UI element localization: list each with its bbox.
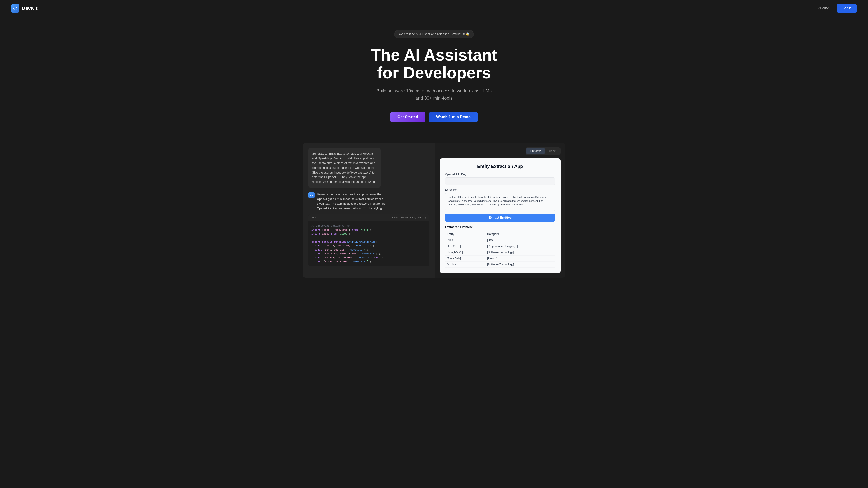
nav-right: Pricing Login bbox=[817, 4, 857, 13]
nav-logo: DevKit bbox=[11, 4, 37, 13]
extracted-entities-title: Extracted Entities: bbox=[445, 225, 555, 229]
table-row: [Google's V8] [Software/Technology] bbox=[445, 250, 555, 256]
table-row: [Node.js] [Software/Technology] bbox=[445, 262, 555, 268]
table-row: [Ryan Dahl] [Person] bbox=[445, 256, 555, 262]
announcement-text: We crossed 50K users and released DevKit… bbox=[399, 32, 470, 36]
demo-section: Generate an Entity Extraction app with R… bbox=[298, 143, 569, 278]
code-line-filename: // EntityExtractionApp.jsx bbox=[311, 224, 426, 228]
watch-demo-button[interactable]: Watch 1-min Demo bbox=[429, 111, 478, 123]
login-button[interactable]: Login bbox=[837, 4, 857, 13]
preview-app-title: Entity Extraction App bbox=[445, 164, 555, 169]
chat-prompt: Generate an Entity Extraction app with R… bbox=[308, 148, 381, 188]
chat-response: Below is the code for a React.js app tha… bbox=[308, 192, 430, 211]
demo-left-panel: Generate an Entity Extraction app with R… bbox=[303, 143, 435, 278]
hero-subtitle: Build software 10x faster with access to… bbox=[375, 87, 493, 102]
col-header-category: Category bbox=[485, 231, 555, 237]
chat-response-text: Below is the code for a React.js app tha… bbox=[317, 192, 389, 211]
code-line-8: const [error, setError] = useState(''); bbox=[311, 260, 426, 264]
code-line-7: const [loading, setLoading] = useState(f… bbox=[311, 256, 426, 260]
category-cell: [Date] bbox=[485, 237, 555, 243]
hero-title: The AI Assistant for Developers bbox=[371, 46, 497, 82]
tab-preview[interactable]: Preview bbox=[526, 148, 545, 154]
textarea-content: Back in 2008, most people thought of Jav… bbox=[448, 196, 546, 206]
copy-code-btn[interactable]: Copy code bbox=[410, 216, 422, 219]
code-line-2: import axios from 'axios'; bbox=[311, 232, 426, 236]
announcement-badge: We crossed 50K users and released DevKit… bbox=[394, 30, 474, 38]
extract-entities-button[interactable]: Extract Entities bbox=[445, 214, 555, 222]
preview-app: Entity Extraction App OpenAI API Key •••… bbox=[440, 158, 561, 273]
entity-cell: [2008] bbox=[445, 237, 486, 243]
download-btn[interactable]: ↓ bbox=[425, 216, 426, 219]
hero-section: We crossed 50K users and released DevKit… bbox=[0, 17, 868, 143]
tab-code[interactable]: Code bbox=[545, 148, 560, 154]
table-row: [2008] [Date] bbox=[445, 237, 555, 243]
category-cell: [Software/Technology] bbox=[485, 262, 555, 268]
preview-tabs: Preview Code bbox=[526, 147, 561, 155]
category-cell: [Person] bbox=[485, 256, 555, 262]
api-key-input[interactable]: ••••••••••••••••••••••••••••••••••••••••… bbox=[445, 177, 555, 185]
code-line-blank2 bbox=[311, 264, 426, 266]
code-block-header: JSX Show Preview Copy code ↓ bbox=[308, 215, 430, 221]
entity-cell: [Node.js] bbox=[445, 262, 486, 268]
code-line-5: const [text, setText] = useState(''); bbox=[311, 248, 426, 252]
get-started-button[interactable]: Get Started bbox=[390, 111, 426, 123]
entity-cell: [JavaScript] bbox=[445, 243, 486, 250]
category-cell: [Software/Technology] bbox=[485, 250, 555, 256]
table-row: [JavaScript] [Programming Language] bbox=[445, 243, 555, 250]
category-cell: [Programming Language] bbox=[485, 243, 555, 250]
entity-cell: [Google's V8] bbox=[445, 250, 486, 256]
col-header-entity: Entity bbox=[445, 231, 486, 237]
text-input[interactable]: Back in 2008, most people thought of Jav… bbox=[445, 193, 555, 211]
api-key-value: ••••••••••••••••••••••••••••••••••••••••… bbox=[448, 180, 541, 183]
hero-title-line2: for Developers bbox=[377, 64, 491, 82]
code-line-3: export default function EntityExtraction… bbox=[311, 240, 426, 244]
enter-text-label: Enter Text bbox=[445, 188, 555, 191]
code-line-4: const [apiKey, setApiKey] = useState('')… bbox=[311, 244, 426, 248]
code-content: // EntityExtractionApp.jsx import React,… bbox=[308, 221, 430, 266]
hero-buttons: Get Started Watch 1-min Demo bbox=[390, 111, 478, 123]
pricing-link[interactable]: Pricing bbox=[817, 6, 829, 11]
hero-title-line1: The AI Assistant bbox=[371, 46, 497, 64]
code-block-actions: Show Preview Copy code ↓ bbox=[392, 216, 426, 219]
show-preview-btn[interactable]: Show Preview bbox=[392, 216, 408, 219]
entities-table: Entity Category [2008] [Date] [JavaScrip… bbox=[445, 231, 555, 268]
navbar: DevKit Pricing Login bbox=[0, 0, 868, 17]
logo-icon bbox=[11, 4, 20, 13]
logo-text: DevKit bbox=[22, 5, 37, 11]
code-line-1: import React, { useState } from 'react'; bbox=[311, 228, 426, 232]
code-label: JSX bbox=[311, 216, 316, 219]
scrollbar bbox=[554, 195, 555, 209]
code-block: JSX Show Preview Copy code ↓ // EntityEx… bbox=[308, 215, 430, 266]
chat-avatar bbox=[308, 192, 315, 198]
demo-right-panel: Preview Code Entity Extraction App OpenA… bbox=[435, 143, 565, 278]
code-line-blank1 bbox=[311, 236, 426, 240]
code-line-6: const [entities, setEntities] = useState… bbox=[311, 252, 426, 256]
entity-cell: [Ryan Dahl] bbox=[445, 256, 486, 262]
api-key-label: OpenAI API Key bbox=[445, 173, 555, 176]
